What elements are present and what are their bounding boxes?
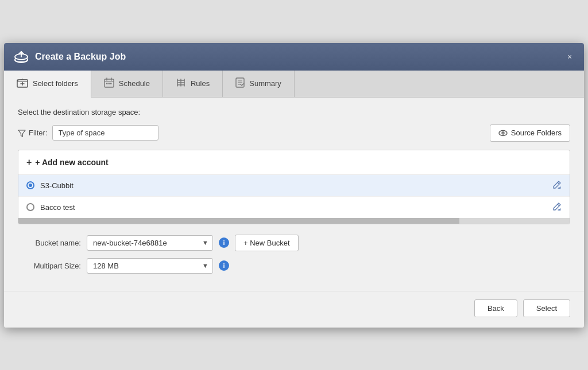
multipart-label: Multipart Size: [18,262,81,270]
select-folders-icon [17,77,28,90]
svg-rect-10 [106,83,108,84]
bucket-info-icon[interactable]: i [219,237,229,248]
schedule-icon [104,77,114,90]
tab-summary-label: Summary [249,79,281,88]
tab-rules-label: Rules [191,79,210,88]
bucket-select[interactable]: new-bucket-74e6881e [87,235,213,251]
add-new-account-button[interactable]: + + Add new account [18,150,570,175]
multipart-select-wrapper: 128 MB ▼ [87,258,213,274]
filter-text: Filter: [29,128,48,137]
account-list-inner: + + Add new account S3-Cubbit [18,150,570,218]
account-item-s3cubbit[interactable]: S3-Cubbit [18,175,570,197]
new-bucket-label: + New Bucket [243,239,290,247]
title-bar: Create a Backup Job × [4,43,584,71]
new-bucket-button[interactable]: + New Bucket [235,235,299,251]
svg-point-26 [502,133,504,134]
tab-summary[interactable]: Summary [223,71,295,97]
back-button[interactable]: Back [474,299,517,317]
multipart-size-row: Multipart Size: 128 MB ▼ i [18,258,570,274]
tab-select-folders-label: Select folders [33,79,78,88]
account-left-baccotest: Bacco test [26,203,75,212]
filter-label: Filter: [18,128,48,137]
account-name-s3cubbit: S3-Cubbit [40,181,74,190]
svg-line-28 [558,204,559,206]
select-button[interactable]: Select [523,299,570,317]
account-left-s3cubbit: S3-Cubbit [26,181,74,190]
svg-marker-23 [18,130,25,137]
plus-icon: + [26,157,32,168]
multipart-select[interactable]: 128 MB [87,258,213,274]
title-bar-left: Create a Backup Job [13,49,126,65]
tab-rules[interactable]: Rules [163,71,223,97]
tab-schedule[interactable]: Schedule [91,71,163,97]
bucket-name-row: Bucket name: new-bucket-74e6881e ▼ i + N… [18,235,570,251]
account-name-baccotest: Bacco test [40,203,75,212]
tab-select-folders[interactable]: Select folders [4,71,91,97]
filter-row: Filter: Source Folders [18,124,570,142]
dialog-footer: Back Select [4,291,584,328]
add-account-label: + Add new account [35,158,108,167]
horizontal-scrollbar[interactable] [18,218,570,224]
horizontal-scrollbar-thumb [18,218,459,224]
source-folders-label: Source Folders [511,128,562,137]
main-content: Select the destination storage space: Fi… [4,98,584,291]
rules-icon [176,77,186,90]
filter-left: Filter: [18,125,158,141]
subtitle-text: Select the destination storage space: [18,108,570,116]
summary-icon [235,77,245,90]
account-item-baccotest[interactable]: Bacco test [18,197,570,218]
radio-s3cubbit[interactable] [26,181,34,189]
filter-input[interactable] [52,125,158,141]
filter-icon [18,129,26,137]
edit-icon-baccotest[interactable] [552,202,562,213]
bucket-select-wrapper: new-bucket-74e6881e ▼ [87,235,213,251]
tabs-bar: Select folders Schedule [4,71,584,98]
multipart-info-icon[interactable]: i [219,260,229,271]
create-backup-dialog: Create a Backup Job × Select folders [4,43,584,328]
svg-rect-12 [110,83,112,84]
bucket-label: Bucket name: [18,239,81,247]
svg-rect-11 [108,83,110,84]
source-folders-button[interactable]: Source Folders [490,124,570,142]
eye-icon [498,128,508,138]
close-button[interactable]: × [564,52,575,62]
account-list-panel: + + Add new account S3-Cubbit [18,150,570,224]
dialog-title: Create a Backup Job [35,52,126,62]
svg-line-27 [558,182,559,184]
radio-baccotest[interactable] [26,203,34,211]
tab-schedule-label: Schedule [119,79,150,88]
backup-icon [13,49,29,65]
edit-icon-s3cubbit[interactable] [552,180,562,191]
